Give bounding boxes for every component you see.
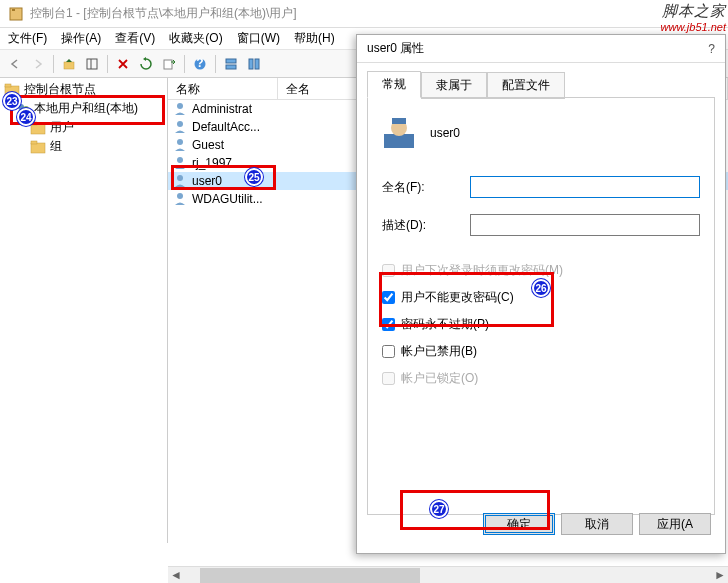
svg-rect-11 [255,59,259,69]
field-desc: 描述(D): [382,214,700,236]
menu-action[interactable]: 操作(A) [61,30,101,47]
dialog-body: 常规 隶属于 配置文件 user0 全名(F): 描述(D): [357,63,725,553]
help-icon[interactable]: ? [708,42,715,56]
svg-rect-13 [5,84,11,87]
toolbar-sep [53,55,54,73]
scroll-right-icon[interactable]: ► [712,567,728,583]
dialog-titlebar: user0 属性 ? [357,35,725,63]
ok-button[interactable]: 确定 [483,513,555,535]
tab-memberof[interactable]: 隶属于 [421,72,487,99]
toolbar-sep [215,55,216,73]
svg-point-21 [177,121,183,127]
scroll-left-icon[interactable]: ◄ [168,567,184,583]
app-icon [8,6,24,22]
label-fullname: 全名(F): [382,179,462,196]
field-fullname: 全名(F): [382,176,700,198]
checkbox-disabled[interactable] [382,345,395,358]
up-button[interactable] [58,53,80,75]
menu-file[interactable]: 文件(F) [8,30,47,47]
check-label: 用户不能更改密码(C) [401,289,514,306]
dialog-buttons: 确定 取消 应用(A [357,513,725,535]
svg-rect-9 [226,65,236,69]
apply-button[interactable]: 应用(A [639,513,711,535]
checkbox-cant-change[interactable] [382,291,395,304]
properties-dialog: user0 属性 ? 常规 隶属于 配置文件 user0 全名(F): 描述(D… [356,34,726,554]
dialog-title: user0 属性 [367,40,424,57]
toolbar-sep [184,55,185,73]
delete-button[interactable] [112,53,134,75]
svg-point-22 [177,139,183,145]
titlebar: 控制台1 - [控制台根节点\本地用户和组(本地)\用户] [0,0,728,28]
export-button[interactable] [158,53,180,75]
show-hide-button[interactable] [81,53,103,75]
watermark-en: www.jb51.net [661,21,726,33]
svg-rect-1 [12,9,15,11]
svg-rect-3 [87,59,97,69]
nav-forward-button[interactable] [27,53,49,75]
scrollbar-horizontal[interactable]: ◄ ► [168,566,728,583]
svg-point-23 [177,157,183,163]
tab-profile[interactable]: 配置文件 [487,72,565,99]
tile-v-button[interactable] [243,53,265,75]
menu-window[interactable]: 窗口(W) [237,30,280,47]
svg-point-20 [177,103,183,109]
tile-h-button[interactable] [220,53,242,75]
tree-groups[interactable]: 组 [2,137,165,156]
svg-rect-8 [226,59,236,63]
svg-rect-2 [64,62,74,69]
col-name[interactable]: 名称 [168,78,278,99]
desc-input[interactable] [470,214,700,236]
svg-text:?: ? [196,57,203,70]
check-locked: 帐户已锁定(O) [382,370,700,387]
svg-rect-12 [5,86,19,96]
mmc-window: 控制台1 - [控制台根节点\本地用户和组(本地)\用户] 文件(F) 操作(A… [0,0,728,583]
tree-users[interactable]: 用户 [2,118,165,137]
tree-label: 控制台根节点 [24,81,96,98]
scroll-thumb[interactable] [200,568,420,583]
label-desc: 描述(D): [382,217,462,234]
refresh-button[interactable] [135,53,157,75]
nav-back-button[interactable] [4,53,26,75]
menu-help[interactable]: 帮助(H) [294,30,335,47]
checkbox-never-expire[interactable] [382,318,395,331]
tab-general[interactable]: 常规 [367,71,421,98]
svg-rect-5 [164,60,172,69]
cancel-button[interactable]: 取消 [561,513,633,535]
svg-point-15 [23,106,29,112]
fullname-input[interactable] [470,176,700,198]
svg-rect-28 [392,118,406,124]
check-label: 帐户已锁定(O) [401,370,478,387]
check-never-expire[interactable]: 密码永不过期(P) [382,316,700,333]
check-label: 用户下次登录时须更改密码(M) [401,262,563,279]
svg-rect-10 [249,59,253,69]
tabstrip: 常规 隶属于 配置文件 [367,71,715,98]
toolbar-sep [107,55,108,73]
check-disabled[interactable]: 帐户已禁用(B) [382,343,700,360]
svg-rect-26 [384,134,414,148]
check-must-change: 用户下次登录时须更改密码(M) [382,262,700,279]
check-cant-change[interactable]: 用户不能更改密码(C) [382,289,700,306]
username-label: user0 [430,126,460,140]
svg-point-24 [177,175,183,181]
tree-label: 组 [50,138,62,155]
user-header: user0 [382,116,700,150]
user-icon [382,116,416,150]
tree-local-users-groups[interactable]: 本地用户和组(本地) [2,99,165,118]
svg-rect-16 [31,124,45,134]
menu-view[interactable]: 查看(V) [115,30,155,47]
svg-rect-0 [10,8,22,20]
svg-rect-19 [31,141,37,144]
watermark-cn: 脚本之家 [661,2,726,21]
help-button[interactable]: ? [189,53,211,75]
tree-label: 用户 [50,119,74,136]
tabpage-general: user0 全名(F): 描述(D): 用户下次登录时须更改密码(M) [367,97,715,515]
tree-label: 本地用户和组(本地) [34,100,138,117]
menu-fav[interactable]: 收藏夹(O) [169,30,222,47]
tree-root[interactable]: 控制台根节点 [2,80,165,99]
checkbox-must-change [382,264,395,277]
tree-panel[interactable]: 控制台根节点 本地用户和组(本地) 用户 组 [0,78,168,543]
window-title: 控制台1 - [控制台根节点\本地用户和组(本地)\用户] [30,5,297,22]
svg-point-25 [177,193,183,199]
watermark: 脚本之家 www.jb51.net [661,2,726,33]
svg-rect-18 [31,143,45,153]
